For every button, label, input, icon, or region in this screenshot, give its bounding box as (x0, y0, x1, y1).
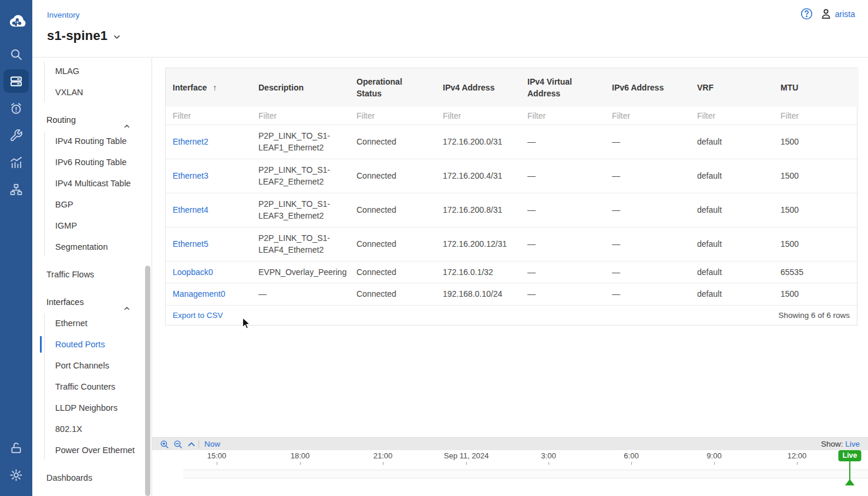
metrics-icon[interactable] (0, 149, 32, 175)
cloudvision-logo[interactable] (0, 9, 32, 33)
nav-item-ipv4-multicast-table[interactable]: IPv4 Multicast Table (32, 173, 152, 194)
devices-icon[interactable] (0, 68, 32, 94)
column-header-ipv4-virtual-address[interactable]: IPv4 Virtual Address (520, 68, 605, 107)
filter-input-vrf[interactable] (697, 111, 766, 120)
timeline-zoom-out-icon[interactable] (173, 440, 183, 449)
search-icon[interactable] (0, 41, 32, 67)
help-icon[interactable] (800, 8, 813, 20)
nav-section-interfaces[interactable]: Interfaces (32, 291, 152, 313)
filter-input-mtu[interactable] (780, 111, 852, 120)
filter-input-interface[interactable] (173, 111, 244, 120)
nav-item-traffic-counters[interactable]: Traffic Counters (32, 376, 152, 397)
nav-item-ipv4-routing-table[interactable]: IPv4 Routing Table (32, 130, 152, 152)
column-header-interface[interactable]: Interface↑ (166, 68, 251, 107)
filter-input-operational-status[interactable] (356, 111, 429, 120)
nav-item-traffic-flows[interactable]: Traffic Flows (32, 264, 152, 285)
page-title: s1-spine1 (47, 28, 107, 43)
interface-link[interactable]: Ethernet2 (173, 137, 208, 146)
timeline-track[interactable] (183, 470, 868, 478)
column-header-ipv4-address[interactable]: IPv4 Address (436, 68, 520, 107)
nav-item-igmp[interactable]: IGMP (32, 215, 152, 236)
mtu-cell: 65535 (773, 261, 859, 283)
ipv6-cell: — (605, 159, 690, 193)
nav-item-vxlan[interactable]: VXLAN (32, 82, 152, 103)
nav-item-mlag[interactable]: MLAG (32, 61, 152, 82)
nav-item-ethernet[interactable]: Ethernet (32, 313, 152, 334)
nav-item-dashboards[interactable]: Dashboards (32, 467, 152, 488)
nav-item-port-channels[interactable]: Port Channels (32, 355, 152, 376)
username: arista (835, 9, 855, 19)
user-menu[interactable]: arista (820, 8, 855, 20)
ipv4-virtual-cell: — (520, 193, 605, 227)
status-cell: Connected (349, 227, 436, 261)
events-icon[interactable] (0, 95, 32, 121)
filter-input-ipv4-virtual-address[interactable] (527, 111, 598, 120)
tick-mark (549, 462, 549, 465)
sort-ascending-icon: ↑ (213, 83, 217, 92)
column-header-operational-status[interactable]: Operational Status (349, 68, 436, 107)
filter-input-ipv6-address[interactable] (612, 111, 683, 120)
nav-section-routing[interactable]: Routing (32, 109, 152, 130)
live-marker-pointer[interactable] (845, 479, 854, 485)
tick-mark (466, 462, 467, 465)
column-header-ipv6-address[interactable]: IPv6 Address (605, 68, 690, 107)
vrf-cell: default (690, 261, 773, 283)
breadcrumb[interactable]: Inventory (47, 11, 80, 19)
timeline-panel: Now Show: Live 15:00 18:00 21:00 Sep 11,… (152, 437, 868, 496)
time-tick-label: 3:00 (541, 451, 556, 460)
nav-item-8021x[interactable]: 802.1X (32, 418, 152, 440)
interface-link[interactable]: Management0 (173, 289, 226, 299)
tick-mark (631, 462, 632, 465)
live-marker-badge[interactable]: Live (838, 450, 861, 461)
ipv4-virtual-cell: — (520, 261, 605, 283)
device-switcher-chevron-down-icon[interactable] (112, 32, 122, 42)
device-nav: MLAG VXLAN Routing IPv4 Routing Table IP… (32, 58, 152, 496)
date-tick-label: Sep 11, 2024 (444, 451, 489, 460)
description-cell: — (251, 283, 349, 306)
app-window: Inventory s1-spine1 arista MLAG VXLAN (0, 0, 868, 496)
description-cell: P2P_LINK_TO_S1-LEAF1_Ethernet2 (251, 125, 349, 159)
nav-item-bgp[interactable]: BGP (32, 194, 152, 215)
ipv4-cell: 172.16.200.12/31 (436, 227, 520, 261)
status-cell: Connected (349, 283, 436, 306)
filter-row (166, 107, 859, 125)
row-count-label: Showing 6 of 6 rows (778, 311, 850, 320)
table-row: Ethernet5 P2P_LINK_TO_S1-LEAF4_Ethernet2… (166, 227, 859, 261)
nav-item-power-over-ethernet[interactable]: Power Over Ethernet (32, 440, 152, 461)
filter-input-ipv4-address[interactable] (443, 111, 513, 120)
lock-open-icon[interactable] (0, 435, 32, 461)
interface-link[interactable]: Ethernet5 (173, 239, 208, 249)
show-label: Show: (821, 440, 843, 448)
ipv4-cell: 172.16.200.0/31 (436, 125, 520, 159)
status-cell: Connected (349, 125, 436, 159)
interface-link[interactable]: Ethernet3 (173, 171, 208, 180)
nav-item-segmentation[interactable]: Segmentation (32, 236, 152, 257)
vrf-cell: default (690, 159, 773, 193)
nav-item-8021x-lldp-neighbors[interactable]: LLDP Neighbors (32, 397, 152, 418)
settings-icon[interactable] (0, 462, 32, 488)
description-cell: EVPN_Overlay_Peering (251, 261, 349, 283)
chevron-up-icon (123, 299, 130, 306)
mtu-cell: 1500 (773, 125, 859, 159)
mtu-cell: 1500 (773, 283, 859, 306)
column-header-description[interactable]: Description (251, 68, 349, 107)
column-header-mtu[interactable]: MTU (773, 68, 859, 107)
nav-item-ipv6-routing-table[interactable]: IPv6 Routing Table (32, 152, 152, 173)
show-live-link[interactable]: Live (845, 440, 860, 448)
interface-link[interactable]: Ethernet4 (173, 205, 208, 215)
nav-item-routed-ports[interactable]: Routed Ports (32, 334, 152, 355)
column-header-vrf[interactable]: VRF (690, 68, 773, 107)
tick-mark (217, 462, 217, 465)
timeline-collapse-chevron-up-icon[interactable] (187, 440, 196, 449)
timeline-now-button[interactable]: Now (204, 440, 220, 448)
export-to-csv-link[interactable]: Export to CSV (173, 311, 223, 320)
ipv4-virtual-cell: — (520, 125, 605, 159)
topology-icon[interactable] (0, 176, 32, 202)
description-cell: P2P_LINK_TO_S1-LEAF2_Ethernet2 (251, 159, 349, 193)
timeline-zoom-in-icon[interactable] (160, 440, 169, 449)
provisioning-icon[interactable] (0, 122, 32, 148)
ipv6-cell: — (605, 261, 690, 283)
nav-scrollbar[interactable] (145, 266, 150, 496)
interface-link[interactable]: Loopback0 (173, 267, 213, 277)
filter-input-description[interactable] (258, 111, 342, 120)
